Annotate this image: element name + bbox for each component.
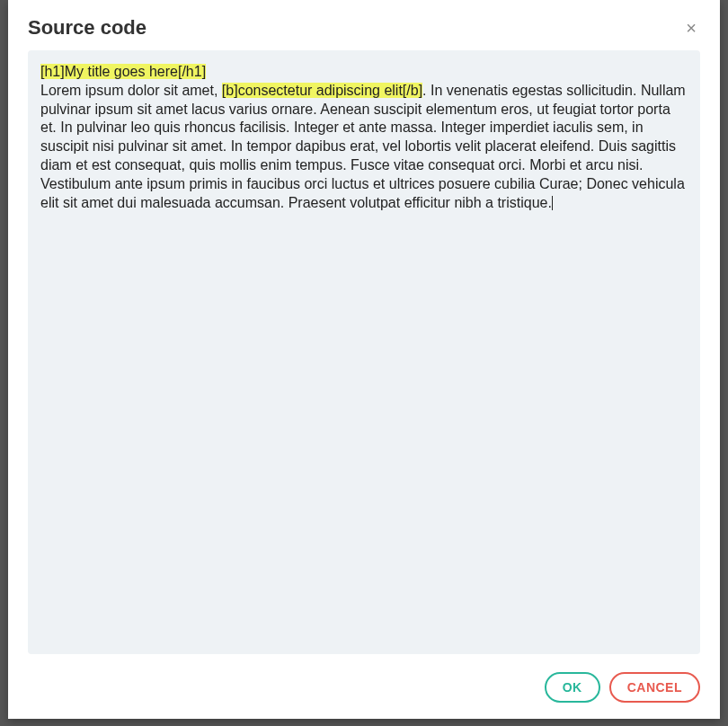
modal-header: Source code ×: [8, 0, 720, 50]
modal-footer: OK CANCEL: [8, 661, 720, 719]
modal-body: [h1]My title goes here[/h1] Lorem ipsum …: [8, 50, 720, 661]
source-text-rest: . In venenatis egestas sollicitudin. Nul…: [40, 83, 686, 210]
source-code-modal: Source code × [h1]My title goes here[/h1…: [8, 0, 720, 719]
modal-title: Source code: [28, 16, 146, 40]
text-cursor: [552, 196, 553, 210]
close-icon[interactable]: ×: [682, 17, 700, 39]
source-text-pre: Lorem ipsum dolor sit amet,: [40, 83, 222, 98]
cancel-button[interactable]: CANCEL: [609, 672, 700, 703]
ok-button[interactable]: OK: [545, 672, 600, 703]
highlight-h1-tag: [h1]My title goes here[/h1]: [40, 64, 206, 79]
source-code-textarea[interactable]: [h1]My title goes here[/h1] Lorem ipsum …: [28, 50, 700, 654]
highlight-bold-tag: [b]consectetur adipiscing elit[/b]: [222, 83, 422, 98]
